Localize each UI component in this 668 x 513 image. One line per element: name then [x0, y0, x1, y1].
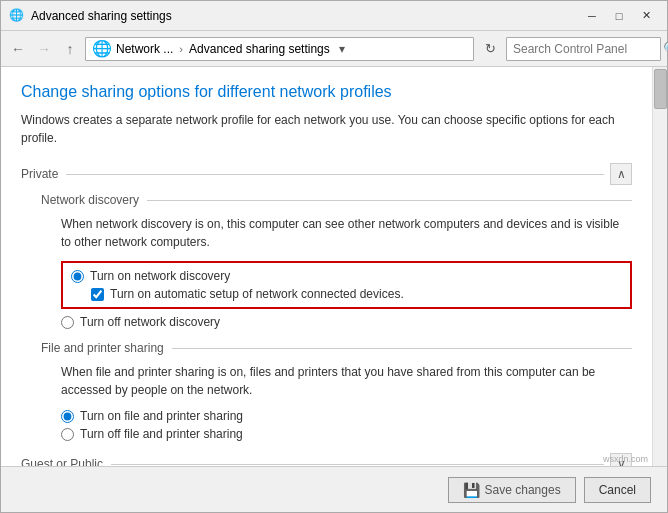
back-button[interactable]: ← [7, 38, 29, 60]
file-sharing-divider [172, 348, 632, 349]
private-divider [66, 174, 604, 175]
main-window: 🌐 Advanced sharing settings ─ □ ✕ ← → ↑ … [0, 0, 668, 513]
window-icon: 🌐 [9, 8, 25, 24]
footer: 💾 Save changes Cancel [1, 466, 667, 512]
breadcrumb-bar[interactable]: 🌐 Network ... › Advanced sharing setting… [85, 37, 474, 61]
save-label: Save changes [485, 483, 561, 497]
private-collapse-button[interactable]: ∧ [610, 163, 632, 185]
breadcrumb-network: Network ... [116, 42, 173, 56]
guest-section-header: Guest or Public ∨ [21, 453, 632, 466]
close-button[interactable]: ✕ [633, 6, 659, 26]
minimize-button[interactable]: ─ [579, 6, 605, 26]
radio-turn-on-discovery[interactable] [71, 270, 84, 283]
window-title: Advanced sharing settings [31, 9, 172, 23]
title-bar-left: 🌐 Advanced sharing settings [9, 8, 172, 24]
radio-file-off-row: Turn off file and printer sharing [61, 427, 632, 441]
radio-turn-off-discovery[interactable] [61, 316, 74, 329]
breadcrumb-separator: › [179, 43, 183, 55]
file-sharing-description: When file and printer sharing is on, fil… [61, 363, 632, 399]
breadcrumb-network-icon: 🌐 [92, 39, 112, 58]
radio-file-off-label: Turn off file and printer sharing [80, 427, 243, 441]
breadcrumb-page: Advanced sharing settings [189, 42, 330, 56]
checkbox-auto-setup[interactable] [91, 288, 104, 301]
cancel-button[interactable]: Cancel [584, 477, 651, 503]
radio-off-row: Turn off network discovery [61, 315, 632, 329]
search-box: 🔍 [506, 37, 661, 61]
file-sharing-section: File and printer sharing When file and p… [41, 341, 632, 441]
up-button[interactable]: ↑ [59, 38, 81, 60]
checkbox-auto-label: Turn on automatic setup of network conne… [110, 287, 404, 301]
restore-button[interactable]: □ [606, 6, 632, 26]
network-discovery-description: When network discovery is on, this compu… [61, 215, 632, 251]
address-bar: ← → ↑ 🌐 Network ... › Advanced sharing s… [1, 31, 667, 67]
network-discovery-divider [147, 200, 632, 201]
main-content: Change sharing options for different net… [1, 67, 652, 466]
scrollbar-track [652, 67, 667, 466]
forward-button: → [33, 38, 55, 60]
save-icon: 💾 [463, 482, 480, 498]
radio-on-label: Turn on network discovery [90, 269, 230, 283]
scrollbar-thumb[interactable] [654, 69, 667, 109]
content-area: Change sharing options for different net… [1, 67, 667, 466]
file-sharing-label: File and printer sharing [41, 341, 164, 355]
radio-off-label: Turn off network discovery [80, 315, 220, 329]
radio-file-sharing-on[interactable] [61, 410, 74, 423]
search-input[interactable] [513, 42, 663, 56]
save-button[interactable]: 💾 Save changes [448, 477, 576, 503]
watermark: wsxdn.com [603, 454, 648, 464]
private-label: Private [21, 167, 58, 181]
file-sharing-header: File and printer sharing [41, 341, 632, 355]
network-discovery-header: Network discovery [41, 193, 632, 207]
radio-file-sharing-off[interactable] [61, 428, 74, 441]
refresh-button[interactable]: ↻ [478, 37, 502, 61]
network-discovery-section: Network discovery When network discovery… [41, 193, 632, 329]
title-bar-buttons: ─ □ ✕ [579, 6, 659, 26]
network-discovery-label: Network discovery [41, 193, 139, 207]
breadcrumb-dropdown-button[interactable]: ▾ [334, 37, 350, 61]
network-discovery-options: Turn on network discovery Turn on automa… [61, 261, 632, 309]
radio-on-row: Turn on network discovery [71, 269, 622, 283]
title-bar: 🌐 Advanced sharing settings ─ □ ✕ [1, 1, 667, 31]
page-title: Change sharing options for different net… [21, 83, 632, 101]
checkbox-auto-row: Turn on automatic setup of network conne… [91, 287, 622, 301]
search-icon: 🔍 [663, 41, 668, 56]
radio-file-on-label: Turn on file and printer sharing [80, 409, 243, 423]
radio-file-on-row: Turn on file and printer sharing [61, 409, 632, 423]
page-description: Windows creates a separate network profi… [21, 111, 632, 147]
guest-divider [111, 464, 604, 465]
guest-label: Guest or Public [21, 457, 103, 466]
private-section-header: Private ∧ [21, 163, 632, 185]
